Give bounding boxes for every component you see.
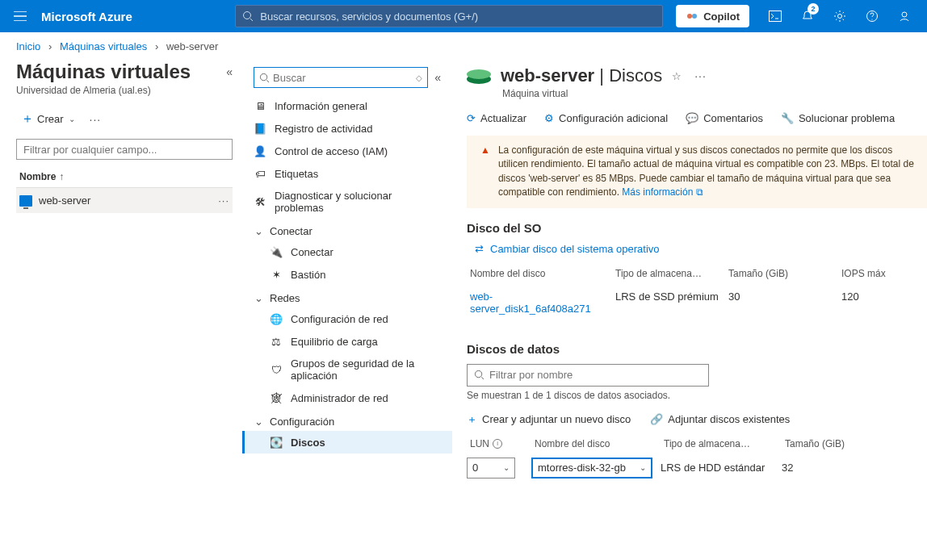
menu-search[interactable]: ◇ <box>254 67 428 88</box>
collapse-left-icon[interactable]: « <box>226 65 233 78</box>
data-disk-filter[interactable] <box>467 364 709 387</box>
additional-config-button[interactable]: ⚙Configuración adicional <box>544 112 668 124</box>
shield-icon: 🛡 <box>270 363 283 376</box>
cloud-shell-icon[interactable] <box>759 0 791 32</box>
favorite-icon[interactable]: ☆ <box>672 70 682 82</box>
global-search-placeholder: Buscar recursos, servicios y documentos … <box>260 10 478 23</box>
dd-col-lun[interactable]: LUNi <box>467 437 531 451</box>
swap-os-disk-link[interactable]: ⇄ Cambiar disco del sistema operativo <box>475 243 927 255</box>
notifications-icon[interactable]: 2 <box>791 0 824 32</box>
dd-col-name[interactable]: Nombre del disco <box>531 437 661 451</box>
disks-content: web-server | Discos ☆ ··· Máquina virtua… <box>452 57 927 559</box>
menu-connect[interactable]: 🔌Conectar <box>242 240 452 263</box>
menu-tags[interactable]: 🏷Etiquetas <box>242 162 452 185</box>
feedback-icon[interactable] <box>888 0 921 32</box>
dd-col-size[interactable]: Tamaño (GiB) <box>782 437 870 451</box>
attach-existing-disk-button[interactable]: 🔗Adjuntar discos existentes <box>650 413 790 425</box>
hamburger-icon[interactable] <box>6 0 35 32</box>
bastion-icon: ✶ <box>270 268 283 281</box>
swap-icon: ⇄ <box>475 243 484 255</box>
menu-activity-log[interactable]: 📘Registro de actividad <box>242 117 452 140</box>
svg-point-2 <box>687 14 692 19</box>
create-button[interactable]: ＋ Crear ⌄ <box>16 107 80 131</box>
lun-select[interactable]: 0⌄ <box>467 458 515 479</box>
vm-filter-input[interactable] <box>16 139 233 160</box>
info-icon[interactable]: i <box>493 439 502 449</box>
troubleshoot-button[interactable]: 🔧Solucionar problema <box>781 112 895 124</box>
create-attach-disk-button[interactable]: ＋Crear y adjuntar un nuevo disco <box>467 412 631 427</box>
performance-warning: ▲ La configuración de este máquina virtu… <box>467 136 927 208</box>
menu-bastion[interactable]: ✶Bastión <box>242 263 452 286</box>
disk-header-icon <box>467 66 491 86</box>
svg-line-12 <box>481 377 484 379</box>
breadcrumb-home[interactable]: Inicio <box>16 40 40 52</box>
svg-point-8 <box>902 12 907 17</box>
menu-group-settings[interactable]: ⌄Configuración <box>242 409 452 431</box>
svg-point-7 <box>871 19 872 19</box>
menu-network-config[interactable]: 🌐Configuración de red <box>242 307 452 330</box>
menu-overview[interactable]: 🖥Información general <box>242 94 452 117</box>
os-disk-section-title: Disco del SO <box>467 221 927 235</box>
page-title: Máquinas virtuales <box>16 61 191 83</box>
menu-load-balancer[interactable]: ⚖Equilibrio de carga <box>242 330 452 353</box>
settings-icon[interactable] <box>824 0 856 32</box>
breadcrumb: Inicio › Máquinas virtuales › web-server <box>0 32 927 57</box>
disks-icon: 💽 <box>270 436 283 449</box>
copilot-button[interactable]: Copilot <box>676 5 749 27</box>
os-col-type[interactable]: Tipo de almacena… <box>612 263 725 284</box>
os-col-iops[interactable]: IOPS máx <box>838 263 911 284</box>
breadcrumb-vms[interactable]: Máquinas virtuales <box>60 40 147 52</box>
global-search[interactable]: Buscar recursos, servicios y documentos … <box>235 5 663 27</box>
resource-type-label: Máquina virtual <box>502 88 927 99</box>
menu-diagnose[interactable]: 🛠Diagnosticar y solucionar problemas <box>242 185 452 219</box>
toolbar: ⟳Actualizar ⚙Configuración adicional 💬Co… <box>467 112 927 124</box>
vm-list-row[interactable]: web-server ··· <box>16 188 233 213</box>
menu-disks[interactable]: 💽Discos <box>242 431 452 453</box>
warning-more-info-link[interactable]: Más información <box>622 186 693 198</box>
data-disks-count-label: Se muestran 1 de 1 discos de datos asoci… <box>467 390 927 401</box>
os-disk-size: 30 <box>725 284 838 321</box>
dd-col-type[interactable]: Tipo de almacena… <box>661 437 782 451</box>
menu-iam[interactable]: 👤Control de acceso (IAM) <box>242 140 452 162</box>
disk-name-select[interactable]: mtorres-disk-32-gb⌄ <box>531 458 652 479</box>
data-disks-section-title: Discos de datos <box>467 342 927 356</box>
more-commands-icon[interactable]: ··· <box>86 110 105 129</box>
wrench-icon: 🔧 <box>781 112 794 124</box>
svg-point-11 <box>475 370 481 377</box>
plug-icon: 🔌 <box>270 245 283 258</box>
vm-icon <box>19 195 32 207</box>
tenant-label: Universidad de Almeria (ual.es) <box>16 85 233 96</box>
plus-icon: ＋ <box>467 412 477 427</box>
feedback-button[interactable]: 💬Comentarios <box>686 112 763 124</box>
data-disk-size: 32 <box>782 462 870 474</box>
monitor-icon: 🖥 <box>254 99 266 112</box>
title-more-icon[interactable]: ··· <box>691 66 710 86</box>
os-disk-table: Nombre del disco Tipo de almacena… Tamañ… <box>467 263 927 321</box>
network-icon: 🕸 <box>270 391 283 404</box>
notification-badge: 2 <box>807 3 819 15</box>
column-header-name[interactable]: Nombre ↑ <box>16 166 233 188</box>
os-disk-name-link[interactable]: web-server_disk1_6af408a271 <box>467 284 612 321</box>
tag-icon: 🏷 <box>254 167 266 180</box>
row-more-icon[interactable]: ··· <box>218 194 229 207</box>
os-col-name[interactable]: Nombre del disco <box>467 263 612 284</box>
person-icon: 👤 <box>254 144 266 157</box>
svg-point-0 <box>244 12 251 19</box>
data-disk-type: LRS de HDD estándar <box>661 462 782 474</box>
collapse-menu-icon[interactable]: « <box>434 71 441 84</box>
menu-group-networking[interactable]: ⌄Redes <box>242 286 452 307</box>
menu-asg[interactable]: 🛡Grupos de seguridad de la aplicación <box>242 353 452 387</box>
brand-label[interactable]: Microsoft Azure <box>41 10 132 23</box>
refresh-icon: ⟳ <box>467 112 476 124</box>
refresh-button[interactable]: ⟳Actualizar <box>467 112 526 124</box>
gear-icon: ⚙ <box>544 112 554 124</box>
os-col-size[interactable]: Tamaño (GiB) <box>725 263 838 284</box>
menu-group-connect[interactable]: ⌄Conectar <box>242 219 452 240</box>
resource-menu: ◇ « 🖥Información general 📘Registro de ac… <box>242 57 452 559</box>
help-icon[interactable] <box>856 0 888 32</box>
menu-network-admin[interactable]: 🕸Administrador de red <box>242 387 452 409</box>
os-disk-type: LRS de SSD prémium <box>612 284 725 321</box>
svg-point-5 <box>838 15 842 19</box>
svg-line-1 <box>250 19 253 21</box>
vm-row-name: web-server <box>39 194 90 207</box>
